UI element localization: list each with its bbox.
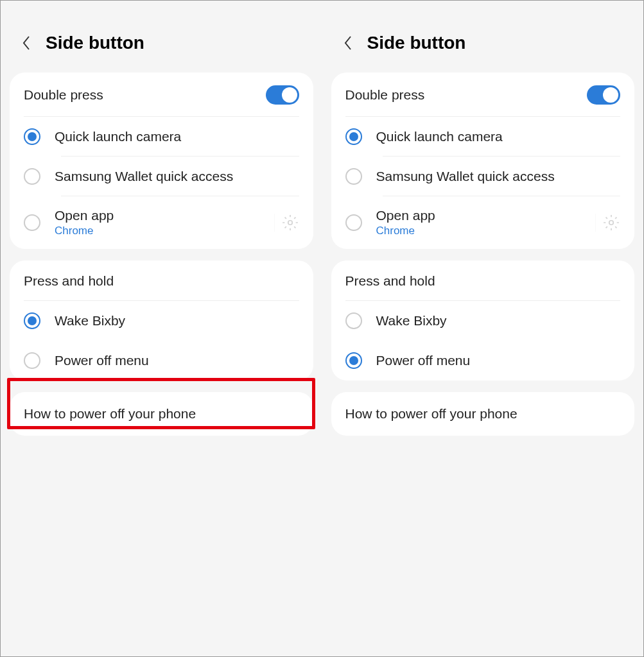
radio-content: Open app Chrome <box>55 208 257 237</box>
svg-point-1 <box>609 221 614 225</box>
option-open-app[interactable]: Open app Chrome <box>10 196 313 249</box>
back-icon[interactable] <box>20 37 33 49</box>
double-press-card: Double press Quick launch camera Samsung… <box>10 73 313 249</box>
gear-icon[interactable] <box>274 214 299 232</box>
press-hold-header: Press and hold <box>10 260 313 300</box>
radio-icon <box>345 312 362 329</box>
settings-panel-right: Side button Double press Quick launch ca… <box>322 1 644 656</box>
radio-icon <box>345 128 362 145</box>
radio-label: Samsung Wallet quick access <box>55 169 299 184</box>
header: Side button <box>1 1 322 73</box>
info-card[interactable]: How to power off your phone <box>10 392 313 436</box>
radio-label: Open app <box>55 208 257 223</box>
double-press-header: Double press <box>10 73 313 116</box>
radio-content: Samsung Wallet quick access <box>55 169 299 184</box>
page-title: Side button <box>46 33 144 53</box>
press-hold-title: Press and hold <box>345 273 435 289</box>
radio-sublabel: Chrome <box>376 225 579 237</box>
radio-content: Wake Bixby <box>376 313 621 328</box>
radio-label: Quick launch camera <box>55 129 299 144</box>
option-quick-launch-camera[interactable]: Quick launch camera <box>331 117 635 157</box>
option-samsung-wallet[interactable]: Samsung Wallet quick access <box>10 157 313 196</box>
radio-icon <box>345 168 362 185</box>
svg-point-0 <box>288 221 292 225</box>
press-hold-header: Press and hold <box>331 260 635 300</box>
radio-content: Wake Bixby <box>55 313 299 328</box>
radio-icon <box>24 352 40 369</box>
page-title: Side button <box>367 33 466 53</box>
double-press-card: Double press Quick launch camera Samsung… <box>331 73 635 249</box>
press-hold-title: Press and hold <box>24 273 114 289</box>
double-press-title: Double press <box>345 87 425 103</box>
info-text: How to power off your phone <box>345 406 518 421</box>
radio-label: Quick launch camera <box>376 129 621 144</box>
radio-icon <box>24 214 40 231</box>
press-hold-card: Press and hold Wake Bixby Power off menu <box>331 260 635 380</box>
double-press-title: Double press <box>24 87 103 103</box>
option-samsung-wallet[interactable]: Samsung Wallet quick access <box>331 157 635 196</box>
option-power-off-menu[interactable]: Power off menu <box>10 341 313 380</box>
option-wake-bixby[interactable]: Wake Bixby <box>10 301 313 341</box>
radio-icon <box>24 168 40 185</box>
option-power-off-menu[interactable]: Power off menu <box>331 341 635 380</box>
radio-content: Quick launch camera <box>376 129 621 144</box>
press-hold-card: Press and hold Wake Bixby Power off menu <box>10 260 313 380</box>
header: Side button <box>322 1 644 73</box>
info-text: How to power off your phone <box>24 406 196 421</box>
radio-label: Open app <box>376 208 579 223</box>
double-press-header: Double press <box>331 73 635 116</box>
radio-label: Power off menu <box>55 353 299 368</box>
radio-label: Wake Bixby <box>55 313 299 328</box>
radio-sublabel: Chrome <box>55 225 257 237</box>
radio-icon <box>345 214 362 231</box>
radio-content: Quick launch camera <box>55 129 299 144</box>
radio-content: Open app Chrome <box>376 208 579 237</box>
info-card[interactable]: How to power off your phone <box>331 392 635 436</box>
radio-icon <box>24 312 40 329</box>
option-open-app[interactable]: Open app Chrome <box>331 196 635 249</box>
radio-label: Power off menu <box>376 353 621 368</box>
radio-icon <box>345 352 362 369</box>
settings-panel-left: Side button Double press Quick launch ca… <box>1 1 322 656</box>
radio-label: Samsung Wallet quick access <box>376 169 621 184</box>
radio-content: Samsung Wallet quick access <box>376 169 621 184</box>
double-press-toggle[interactable] <box>266 85 299 105</box>
gear-icon[interactable] <box>595 214 620 232</box>
radio-content: Power off menu <box>55 353 299 368</box>
back-icon[interactable] <box>342 37 354 49</box>
option-wake-bixby[interactable]: Wake Bixby <box>331 301 635 341</box>
radio-label: Wake Bixby <box>376 313 621 328</box>
radio-icon <box>24 128 40 145</box>
double-press-toggle[interactable] <box>587 85 620 105</box>
option-quick-launch-camera[interactable]: Quick launch camera <box>10 117 313 157</box>
radio-content: Power off menu <box>376 353 621 368</box>
